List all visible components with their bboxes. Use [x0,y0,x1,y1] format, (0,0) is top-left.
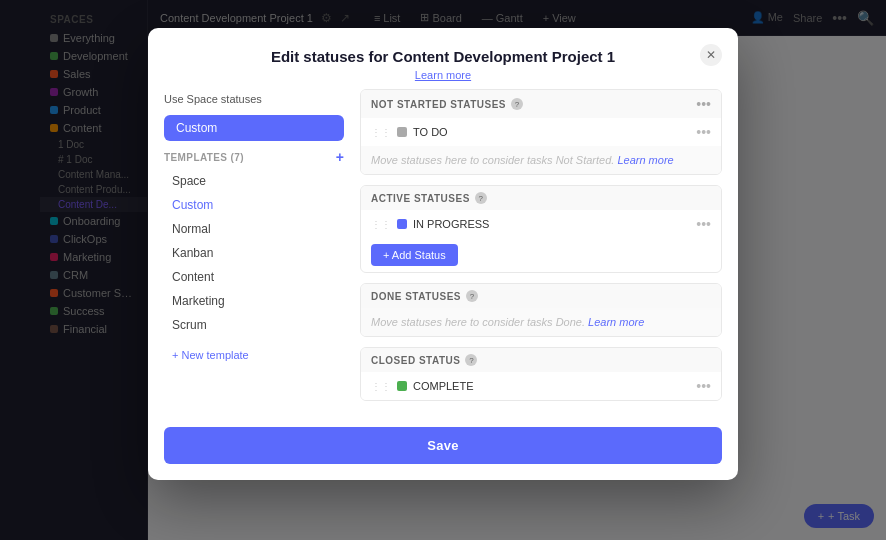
active-help-icon[interactable]: ? [475,192,487,204]
complete-options-icon[interactable]: ••• [696,378,711,394]
status-color [397,381,407,391]
done-learn-more-link[interactable]: Learn more [588,316,644,328]
complete-status-row: ⋮⋮ COMPLETE ••• [361,372,721,400]
templates-label: TEMPLATES (7) [164,152,244,163]
status-color [397,127,407,137]
active-title: ACTIVE STATUSES [371,193,470,204]
not-started-learn-more-link[interactable]: Learn more [617,154,673,166]
templates-header: TEMPLATES (7) + [164,149,344,165]
template-item-normal[interactable]: Normal [164,217,344,241]
closed-section: CLOSED STATUS ? ⋮⋮ COMPLETE ••• [360,347,722,401]
modal-title: Edit statuses for Content Development Pr… [172,48,714,65]
todo-status-label: TO DO [413,126,690,138]
complete-status-label: COMPLETE [413,380,690,392]
add-status-button[interactable]: + Add Status [371,244,458,266]
modal-left-panel: Use Space statuses Custom TEMPLATES (7) … [164,89,344,401]
template-item-space[interactable]: Space [164,169,344,193]
save-button[interactable]: Save [164,427,722,464]
drag-handle-icon: ⋮⋮ [371,219,391,230]
done-placeholder: Move statuses here to consider tasks Don… [361,308,721,336]
in-progress-options-icon[interactable]: ••• [696,216,711,232]
templates-add-button[interactable]: + [336,149,344,165]
in-progress-status-row: ⋮⋮ IN PROGRESS ••• [361,210,721,238]
closed-help-icon[interactable]: ? [465,354,477,366]
template-item-scrum[interactable]: Scrum [164,313,344,337]
edit-statuses-modal: Edit statuses for Content Development Pr… [148,28,738,480]
modal-right-panel: NOT STARTED STATUSES ? ••• ⋮⋮ TO DO ••• … [360,89,722,401]
active-section: ACTIVE STATUSES ? ⋮⋮ IN PROGRESS ••• + A… [360,185,722,273]
done-title: DONE STATUSES [371,291,461,302]
drag-handle-icon: ⋮⋮ [371,127,391,138]
new-template-button[interactable]: + New template [164,345,344,365]
not-started-options-icon[interactable]: ••• [696,96,711,112]
todo-options-icon[interactable]: ••• [696,124,711,140]
done-help-icon[interactable]: ? [466,290,478,302]
closed-header: CLOSED STATUS ? [361,348,721,372]
modal-body: Use Space statuses Custom TEMPLATES (7) … [148,89,738,417]
todo-status-row: ⋮⋮ TO DO ••• [361,118,721,146]
drag-handle-icon: ⋮⋮ [371,381,391,392]
modal-close-button[interactable]: ✕ [700,44,722,66]
status-color [397,219,407,229]
not-started-section: NOT STARTED STATUSES ? ••• ⋮⋮ TO DO ••• … [360,89,722,175]
done-header: DONE STATUSES ? [361,284,721,308]
not-started-title: NOT STARTED STATUSES [371,99,506,110]
custom-selected-button[interactable]: Custom [164,115,344,141]
template-item-content[interactable]: Content [164,265,344,289]
modal-learn-more-link[interactable]: Learn more [172,69,714,81]
active-header: ACTIVE STATUSES ? [361,186,721,210]
modal-header: Edit statuses for Content Development Pr… [148,28,738,89]
in-progress-status-label: IN PROGRESS [413,218,690,230]
not-started-placeholder: Move statuses here to consider tasks Not… [361,146,721,174]
not-started-help-icon[interactable]: ? [511,98,523,110]
done-section: DONE STATUSES ? Move statuses here to co… [360,283,722,337]
modal-footer: Save [148,417,738,480]
template-item-custom[interactable]: Custom [164,193,344,217]
closed-title: CLOSED STATUS [371,355,460,366]
not-started-header: NOT STARTED STATUSES ? ••• [361,90,721,118]
use-space-statuses-button[interactable]: Use Space statuses [164,89,344,109]
template-item-marketing[interactable]: Marketing [164,289,344,313]
template-item-kanban[interactable]: Kanban [164,241,344,265]
